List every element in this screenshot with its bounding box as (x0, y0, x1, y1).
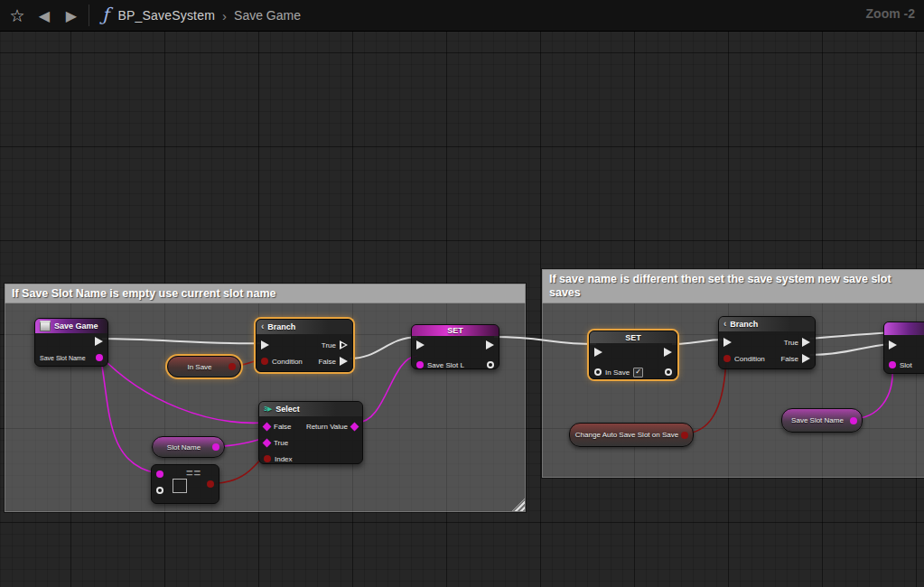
exec-in-pin[interactable] (416, 340, 425, 349)
node-branch-2[interactable]: ‹ Branch True Condition False (718, 316, 816, 369)
string-in-pin[interactable] (889, 361, 896, 368)
breadcrumb-current-graph[interactable]: Save Game (234, 8, 301, 23)
breadcrumb-blueprint[interactable]: BP_SaveSystem (117, 8, 215, 23)
false-out-pin[interactable] (340, 357, 348, 366)
string-in-a-pin[interactable] (156, 471, 163, 478)
pin-label-condition: Condition (272, 358, 303, 366)
pin-label-true: True (784, 339, 798, 347)
node-branch-1[interactable]: ‹ Branch True Condition False (256, 319, 353, 372)
node-set-save-slot[interactable]: SET Save Slot L (411, 324, 499, 369)
condition-pin[interactable] (261, 358, 268, 365)
node-title: Branch (267, 322, 295, 331)
node-get-change-auto-save-slot[interactable]: Change Auto Save Slot on Save (569, 423, 694, 447)
string-out-pin[interactable] (850, 417, 857, 424)
branch-icon: ‹ (723, 321, 726, 328)
favorite-star-icon[interactable]: ☆ (4, 5, 31, 26)
pin-label-in-save: In Save (605, 368, 630, 377)
node-title: SET (625, 333, 641, 342)
node-title: Select (275, 405, 300, 414)
back-arrow-icon[interactable]: ◀ (31, 7, 58, 24)
true-out-pin[interactable] (802, 338, 810, 347)
pin-label-condition: Condition (734, 355, 765, 363)
bool-default-checkbox[interactable]: ✓ (633, 368, 643, 377)
bool-out-pin[interactable] (665, 368, 672, 376)
bool-in-pin[interactable] (594, 368, 602, 376)
comment-title[interactable]: If Save Slot Name is empty use current s… (5, 284, 526, 303)
exec-in-pin[interactable] (889, 340, 897, 349)
pin-label-false: False (780, 355, 798, 363)
exec-out-pin[interactable] (95, 337, 103, 346)
zoom-level-label: Zoom -2 (866, 6, 915, 21)
node-set-slot-cutoff[interactable]: Slot (883, 321, 924, 374)
bool-out-pin[interactable] (207, 480, 214, 488)
true-in-pin[interactable] (263, 438, 272, 447)
node-title: Branch (730, 320, 758, 329)
index-pin[interactable] (264, 455, 271, 462)
pin-label-true: True (322, 341, 336, 349)
false-out-pin[interactable] (802, 354, 810, 363)
string-in-b-pin[interactable] (156, 487, 163, 494)
node-equal-string[interactable]: == (151, 464, 219, 504)
exec-in-pin[interactable] (723, 338, 732, 347)
comment-title-line2: saves (549, 286, 924, 300)
exec-out-pin[interactable] (664, 348, 672, 357)
return-value-pin[interactable] (350, 422, 359, 431)
pin-label-false: False (318, 358, 336, 366)
variable-label: In Save (187, 363, 211, 371)
true-out-pin[interactable] (340, 340, 348, 349)
breadcrumb-separator-icon: › (222, 8, 227, 23)
node-title: SET (447, 326, 463, 335)
bool-out-pin[interactable] (229, 363, 236, 370)
select-icon: 3▶ (264, 405, 272, 413)
toolbar-divider (89, 5, 89, 26)
pin-label-save-slot: Save Slot L (427, 361, 464, 369)
exec-in-pin[interactable] (261, 340, 269, 349)
pin-label-return-value: Return Value (306, 423, 348, 431)
variable-label: Change Auto Save Slot on Save (575, 431, 678, 439)
string-out-pin[interactable] (487, 361, 494, 368)
exec-in-pin[interactable] (594, 348, 602, 357)
branch-icon: ‹ (261, 323, 264, 331)
node-title: Save Game (54, 321, 98, 331)
node-get-save-slot-name[interactable]: Save Slot Name (781, 408, 863, 433)
condition-pin[interactable] (723, 355, 731, 362)
graph-toolbar: ☆ ◀ ▶ ƒ BP_SaveSystem › Save Game Zoom -… (0, 0, 924, 32)
blueprint-graph-canvas[interactable]: If Save Slot Name is empty use current s… (0, 0, 924, 587)
equals-glyph: == (186, 466, 201, 480)
string-in-pin[interactable] (416, 361, 424, 368)
node-set-in-save[interactable]: SET In Save ✓ (589, 331, 677, 379)
pin-label-true: True (274, 439, 288, 447)
pin-label-save-slot-name: Save Slot Name (40, 355, 86, 361)
node-save-game-event[interactable]: Save Game Save Slot Name (34, 318, 108, 367)
bool-out-pin[interactable] (681, 432, 688, 439)
string-default-input[interactable] (173, 479, 187, 493)
pin-label-index: Index (275, 455, 293, 463)
node-select[interactable]: 3▶ Select False Return Value True Index (258, 401, 363, 464)
node-get-in-save[interactable]: In Save (167, 356, 241, 377)
function-icon: ƒ (102, 4, 108, 25)
comment-title[interactable]: If save name is different then set the s… (542, 269, 924, 303)
pin-label-false: False (274, 423, 292, 431)
exec-out-pin[interactable] (486, 340, 494, 349)
variable-label: Slot Name (167, 443, 201, 452)
false-in-pin[interactable] (263, 422, 272, 431)
node-get-slot-name[interactable]: Slot Name (152, 436, 225, 458)
forward-arrow-icon[interactable]: ▶ (58, 7, 85, 24)
pin-label-slot: Slot (900, 361, 912, 369)
variable-label: Save Slot Name (791, 416, 844, 424)
string-out-pin[interactable] (212, 443, 219, 451)
event-icon (40, 321, 51, 331)
string-out-pin[interactable] (96, 354, 103, 361)
comment-title-line1: If save name is different then set the s… (549, 273, 924, 286)
